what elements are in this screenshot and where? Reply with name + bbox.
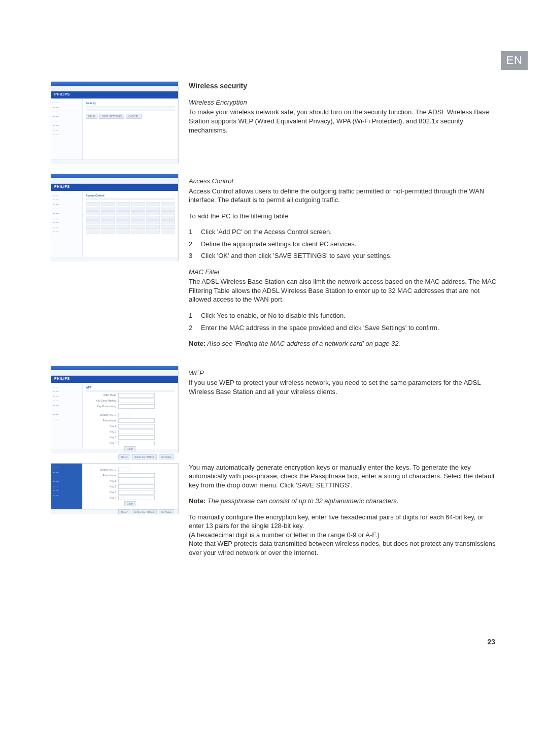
note-label: Note:	[189, 497, 206, 505]
key3-input[interactable]	[118, 435, 155, 440]
key2-input[interactable]	[118, 430, 155, 434]
key1-input[interactable]	[118, 479, 155, 483]
save-settings-button[interactable]: SAVE SETTINGS	[132, 509, 157, 514]
key4-input[interactable]	[118, 496, 155, 500]
key1-input[interactable]	[118, 424, 155, 429]
field-label: Key 4	[86, 441, 116, 444]
field-label: Key Provisioning	[86, 405, 116, 408]
cancel-button[interactable]: CANCEL	[159, 509, 174, 514]
step: Click Yes to enable, or No to disable th…	[201, 311, 346, 320]
screenshot-security: PHILIPS — —— —— — — —— —— — — —— — Secur…	[51, 81, 179, 163]
mac-filter-steps: 1Click Yes to enable, or No to disable t…	[189, 311, 497, 332]
field-label: Key 4	[86, 496, 116, 499]
cancel-button[interactable]: CANCEL	[126, 114, 141, 119]
key4-input[interactable]	[118, 441, 155, 445]
access-control-para: Access Control allows users to define th…	[189, 187, 497, 205]
field-label: Key 2	[86, 430, 116, 433]
wep-para3c: Note that WEP protects data transmitted …	[189, 540, 496, 556]
field-label: Key 2	[86, 485, 116, 488]
mac-filter-para: The ADSL Wireless Base Station can also …	[189, 277, 497, 304]
key2-input[interactable]	[118, 484, 155, 489]
screenshot-access-control: PHILIPS — —— —— — — —— —— — — —— —— — Ac…	[51, 174, 179, 261]
note-label: Note:	[189, 340, 206, 347]
field-label: Default Key ID	[86, 468, 116, 471]
help-button[interactable]: HELP	[118, 509, 130, 514]
note-body: Also see 'Finding the MAC address of a n…	[206, 340, 400, 347]
language-badge: EN	[501, 51, 528, 70]
field-label: Key 1	[86, 479, 116, 482]
key-entry-select[interactable]	[118, 399, 155, 403]
default-key-select[interactable]	[118, 413, 129, 417]
key3-input[interactable]	[118, 490, 155, 495]
page-number: 23	[487, 638, 495, 646]
wep-para1: If you use WEP to protect your wireless …	[189, 378, 497, 396]
mac-filter-note: Note: Also see 'Finding the MAC address …	[189, 339, 497, 348]
page-content: PHILIPS — —— —— — — —— —— — — —— — Secur…	[51, 81, 497, 575]
step: Click 'OK' and then click 'SAVE SETTINGS…	[201, 251, 392, 260]
screenshot-wep-top: PHILIPS — —— —— — — —— —— — — —— — WEP W…	[51, 366, 179, 453]
brand-label: PHILIPS	[54, 185, 70, 188]
brand-label: PHILIPS	[54, 92, 70, 96]
field-label: Passphrase	[86, 419, 116, 422]
default-key-select[interactable]	[118, 468, 129, 472]
field-label: WEP Mode	[86, 393, 116, 397]
field-label: Key Entry Method	[86, 399, 116, 402]
clear-button[interactable]: Clear	[124, 501, 135, 506]
passphrase-input[interactable]	[118, 418, 155, 423]
wep-para2: You may automatically generate encryptio…	[189, 463, 497, 490]
passphrase-input[interactable]	[118, 473, 155, 478]
wireless-encryption-para: To make your wireless network safe, you …	[189, 108, 497, 135]
access-control-lead: To add the PC to the filtering table:	[189, 212, 497, 221]
field-label: Default Key ID	[86, 413, 116, 416]
key-prov-select[interactable]	[118, 404, 155, 409]
help-button[interactable]: HELP	[86, 114, 97, 119]
screenshot-wep-bottom: — —— — — —— — — —— — — — Default Key ID …	[51, 463, 179, 514]
clear-button[interactable]: Clear	[124, 446, 135, 451]
step: Enter the MAC address in the space provi…	[201, 323, 439, 333]
field-label: Passphrase	[86, 474, 116, 477]
cancel-button[interactable]: CANCEL	[159, 454, 174, 459]
note-body: The passphrase can consist of up to 32 a…	[206, 497, 398, 505]
wep-para3: To manually configure the encryption key…	[189, 513, 497, 557]
wep-para3a: To manually configure the encryption key…	[189, 513, 483, 530]
mac-filter-heading: MAC Filter	[189, 268, 497, 277]
field-label: Key 1	[86, 424, 116, 428]
step: Define the appropriate settings for clie…	[201, 240, 356, 249]
brand-label: PHILIPS	[54, 377, 70, 380]
save-settings-button[interactable]: SAVE SETTINGS	[99, 114, 124, 119]
wep-mode-select[interactable]	[118, 393, 155, 398]
panel-title: WEP	[86, 386, 175, 389]
save-settings-button[interactable]: SAVE SETTINGS	[132, 454, 157, 459]
access-control-steps: 1Click 'Add PC' on the Access Control sc…	[189, 227, 497, 260]
wireless-encryption-heading: Wireless Encryption	[189, 98, 497, 107]
wep-heading: WEP	[189, 369, 497, 378]
access-control-heading: Access Control	[189, 177, 497, 186]
wep-note: Note: The passphrase can consist of up t…	[189, 497, 497, 506]
help-button[interactable]: HELP	[118, 454, 130, 459]
section-heading: Wireless security	[189, 81, 497, 91]
wep-para3b: (A hexadecimal digit is a number or lett…	[189, 531, 380, 539]
field-label: Key 3	[86, 490, 116, 494]
panel-title: Access Control	[86, 194, 175, 197]
field-label: Key 3	[86, 436, 116, 439]
step: Click 'Add PC' on the Access Control scr…	[201, 227, 332, 237]
panel-title: Security	[86, 102, 175, 105]
